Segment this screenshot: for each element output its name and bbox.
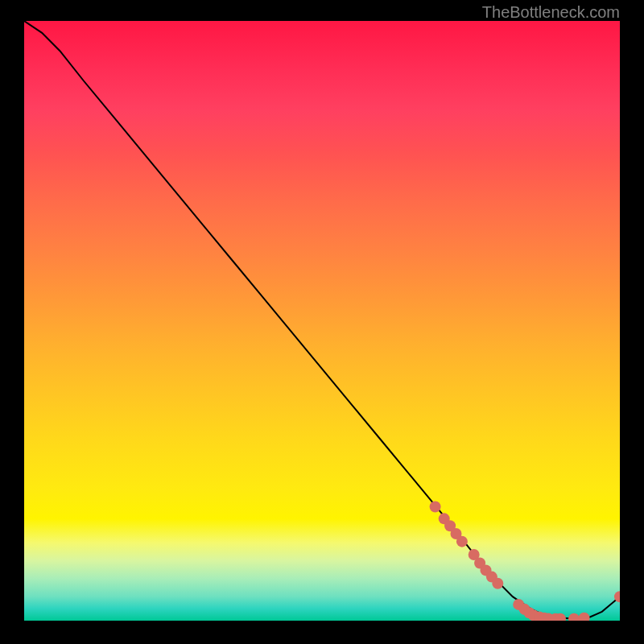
attribution-text: TheBottleneck.com bbox=[482, 3, 620, 22]
chart-container: TheBottleneck.com bbox=[0, 0, 644, 644]
plot-background bbox=[24, 21, 620, 621]
